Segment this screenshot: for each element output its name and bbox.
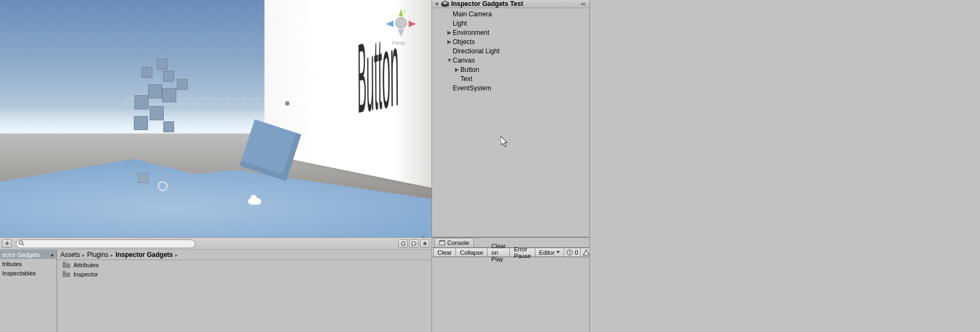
clear-on-play-button[interactable]: Clear on Play — [487, 248, 510, 257]
sidebar-item-inspectables[interactable]: Inspectables — [0, 268, 57, 278]
breadcrumb-segment[interactable]: Assets — [60, 251, 80, 259]
hierarchy-item-label: Main Camera — [453, 10, 492, 18]
hierarchy-item-label: EventSystem — [453, 84, 491, 92]
console-tab-label: Console — [447, 239, 469, 246]
scroll-up-icon[interactable]: ▲ — [50, 251, 55, 257]
editor-dropdown[interactable]: Editor — [535, 248, 565, 257]
breadcrumb-segment-current[interactable]: Inspector Gadgets — [115, 251, 172, 259]
hierarchy-item-main-camera[interactable]: Main Camera — [432, 9, 589, 19]
sidebar-item-label: ector Gadgets — [2, 251, 40, 258]
error-pause-button[interactable]: Error Pause — [509, 248, 535, 257]
hierarchy-panel: ▼ Inspector Gadgets Test ▪≡ Main CameraL… — [432, 0, 589, 237]
project-sidebar: ector Gadgets ▲ tributes Inspectables — [0, 250, 57, 332]
chevron-right-icon[interactable]: ▶ — [446, 39, 453, 45]
lock-icon[interactable] — [420, 236, 426, 237]
folder-label: Attributes — [73, 262, 98, 268]
svg-marker-1 — [399, 9, 403, 16]
sidebar-item-inspector-gadgets[interactable]: ector Gadgets ▲ — [0, 250, 57, 259]
svg-rect-15 — [570, 252, 571, 254]
project-panel: ector Gadgets ▲ tributes Inspectables As… — [0, 237, 432, 332]
create-button[interactable] — [2, 239, 11, 248]
hierarchy-item-directional-light[interactable]: Directional Light — [432, 46, 589, 56]
svg-point-0 — [396, 17, 406, 28]
hierarchy-item-label: Directional Light — [453, 47, 500, 55]
svg-marker-2 — [386, 21, 393, 27]
filter-by-label-button[interactable] — [409, 239, 418, 248]
chevron-right-icon[interactable]: ▶ — [454, 66, 460, 72]
filter-by-type-button[interactable] — [398, 239, 408, 248]
hierarchy-item-environment[interactable]: ▶Environment — [432, 28, 589, 37]
gear-icon — [158, 181, 168, 191]
console-body[interactable] — [432, 257, 589, 332]
sidebar-item-label: tributes — [2, 261, 22, 267]
hierarchy-item-light[interactable]: Light — [432, 19, 589, 28]
unity-icon — [441, 1, 449, 7]
hierarchy-item-label: Light — [453, 20, 467, 27]
hierarchy-item-objects[interactable]: ▶Objects — [432, 37, 589, 46]
chevron-down-icon[interactable]: ▼ — [446, 57, 453, 63]
project-search-input[interactable] — [16, 239, 195, 248]
svg-marker-12 — [556, 251, 560, 254]
sidebar-item-label: Inspectables — [2, 270, 36, 276]
hierarchy-item-text[interactable]: Text — [432, 74, 589, 83]
sidebar-item-attributes[interactable]: tributes — [0, 259, 57, 268]
clear-button[interactable]: Clear — [433, 248, 456, 257]
inspector-area — [589, 0, 980, 332]
svg-line-6 — [22, 244, 24, 245]
breadcrumb-segment[interactable]: Plugins — [87, 251, 108, 259]
folder-inspector[interactable]: Inspector — [63, 269, 432, 279]
hierarchy-item-label: Text — [460, 75, 472, 83]
chevron-right-icon[interactable]: ▶ — [446, 29, 453, 35]
console-tab[interactable]: Console — [434, 238, 474, 247]
hierarchy-item-label: Canvas — [453, 57, 475, 64]
svg-point-7 — [401, 242, 405, 245]
svg-marker-4 — [398, 29, 404, 37]
svg-rect-11 — [440, 242, 445, 245]
favorite-button[interactable] — [420, 239, 429, 248]
chevron-right-icon: ▸ — [175, 252, 178, 258]
hierarchy-item-button[interactable]: ▶Button — [432, 65, 589, 74]
folder-label: Inspector — [73, 271, 98, 278]
chevron-right-icon: ▸ — [82, 252, 85, 258]
breadcrumb[interactable]: Assets ▸ Plugins ▸ Inspector Gadgets ▸ — [57, 250, 432, 260]
hierarchy-item-label: Objects — [453, 38, 475, 46]
gizmo-y-label: y — [404, 8, 406, 13]
collapse-button[interactable]: Collapse — [455, 248, 488, 257]
svg-point-5 — [19, 241, 22, 244]
svg-point-14 — [569, 250, 570, 251]
svg-marker-3 — [409, 21, 416, 27]
hierarchy-item-label: Environment — [453, 29, 489, 36]
folder-attributes[interactable]: Attributes — [63, 260, 432, 269]
panel-menu-icon[interactable]: ▪≡ — [581, 1, 587, 7]
orientation-gizmo[interactable]: y Persp — [381, 7, 421, 46]
chevron-right-icon: ▸ — [110, 252, 113, 258]
info-count[interactable]: 0 — [564, 248, 581, 257]
editor-dropdown-label: Editor — [539, 249, 555, 256]
gizmo-persp-label: Persp — [392, 40, 405, 46]
console-panel: Console Clear Collapse Clear on Play Err… — [432, 237, 589, 332]
light-gizmo-icon — [283, 99, 292, 108]
scene-expander[interactable]: ▼ — [434, 1, 440, 7]
hierarchy-item-eventsystem[interactable]: EventSystem — [432, 83, 589, 93]
hierarchy-item-label: Button — [460, 66, 479, 73]
cloud-icon — [248, 198, 261, 205]
scene-view[interactable]: Button y Persp — [0, 0, 432, 237]
info-count-value: 0 — [575, 249, 578, 256]
hierarchy-item-canvas[interactable]: ▼Canvas — [432, 56, 589, 65]
search-icon — [19, 240, 24, 247]
scene-title: Inspector Gadgets Test — [451, 0, 523, 8]
